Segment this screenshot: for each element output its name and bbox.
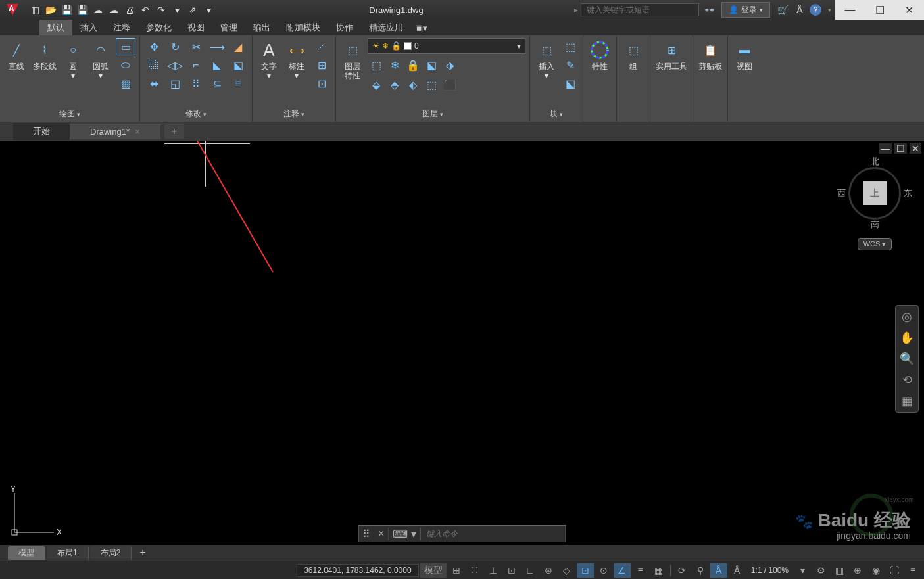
tab-view[interactable]: 视图 [180,20,212,35]
layout-1[interactable]: 布局1 [47,546,89,560]
copy-icon[interactable]: ⿻ [144,57,164,74]
nav-showmot-icon[interactable]: ▦ [902,394,913,408]
ortho-icon[interactable]: ∟ [522,563,539,578]
tab-manage[interactable]: 管理 [212,20,245,35]
grid-icon[interactable]: ⊞ [448,563,465,578]
tab-collab[interactable]: 协作 [328,20,361,35]
search-icon[interactable]: 👓 [702,3,716,17]
tab-drawing1[interactable]: Drawing1*× [70,124,160,139]
viewcube-top[interactable]: 上 [863,181,887,205]
layer-prev-icon[interactable]: ⬖ [404,76,422,93]
isolate-icon[interactable]: ◉ [867,563,885,578]
modify-more-icon[interactable]: ≡ [228,75,248,92]
layer-state-icon[interactable]: ⬛ [441,76,458,93]
trim-icon[interactable]: ✂ [186,38,206,55]
infer-icon[interactable]: ⊥ [485,563,502,578]
layout-add-button[interactable]: + [133,545,152,560]
redo-icon[interactable]: ↷ [154,3,168,17]
tab-featured[interactable]: 精选应用 [361,20,411,35]
layer-uniso-icon[interactable]: ⬘ [386,76,403,93]
lineweight-icon[interactable]: ≡ [632,563,649,578]
layer-freeze-icon[interactable]: ❄ [386,57,403,74]
hatch-icon[interactable]: ▨ [116,75,135,92]
layer-off-icon[interactable]: ⬚ [368,57,385,74]
line-button[interactable]: ╱直线 [4,38,29,72]
qp-icon[interactable]: ▥ [831,563,848,578]
vp-min-icon[interactable]: — [879,143,892,154]
layout-2[interactable]: 布局2 [90,546,132,560]
workspace-icon[interactable]: ⚙ [812,563,829,578]
tab-insert[interactable]: 插入 [72,20,105,35]
undo-icon[interactable]: ↶ [138,3,153,17]
save-icon[interactable]: 💾 [59,3,74,17]
vp-max-icon[interactable]: ☐ [894,143,907,154]
erase-icon[interactable]: ◢ [228,38,248,55]
nav-wheel-icon[interactable]: ◎ [902,310,912,324]
login-button[interactable]: 👤 登录 ▾ [721,2,770,18]
transparency-icon[interactable]: ▦ [650,563,668,578]
app-menu-icon[interactable]: A [0,0,25,20]
scale-icon[interactable]: ◱ [165,75,185,92]
util-button[interactable]: ⊞实用工具 [654,38,689,72]
otrack-icon[interactable]: ∠ [614,563,631,578]
nav-orbit-icon[interactable]: ⟲ [902,373,912,387]
annoauto-icon[interactable]: Å [729,563,746,578]
custom-icon[interactable]: ≡ [904,563,921,578]
create-block-icon[interactable]: ⬚ [562,38,579,55]
move-icon[interactable]: ✥ [144,38,164,55]
cmd-handle-icon[interactable]: ⠿ [358,528,374,540]
web-save-icon[interactable]: ☁ [107,3,121,17]
block-attr-icon[interactable]: ⬕ [562,75,579,92]
web-open-icon[interactable]: ☁ [91,3,105,17]
drawing-canvas[interactable]: — ☐ ✕ 北 南 西 东 上 WCS ▾ ◎ ✋ 🔍 ⟲ ▦ YX ⠿ [0,141,924,561]
tab-addins[interactable]: 附加模块 [278,20,328,35]
tab-output[interactable]: 输出 [245,20,278,35]
layer-lock-icon[interactable]: 🔒 [404,57,422,74]
vp-close-icon[interactable]: ✕ [910,143,921,154]
layer-dropdown[interactable]: ☀❄🔓 0 ▾ [368,38,525,54]
table-icon[interactable]: ⊞ [312,57,331,74]
polar-icon[interactable]: ⊛ [540,563,557,578]
leader-icon[interactable]: ⟋ [312,38,331,55]
fillet-icon[interactable]: ⌐ [186,57,206,74]
tab-expand-icon[interactable]: ▣▾ [411,21,431,35]
tab-default[interactable]: 默认 [39,20,72,35]
help-icon[interactable]: ? [810,4,821,16]
ucs-icon[interactable]: YX [8,486,61,541]
close-button[interactable]: ✕ [894,0,924,20]
cmd-close-icon[interactable]: × [374,528,388,540]
app-store-icon[interactable]: Å [792,3,807,17]
qat-custom-icon[interactable]: ▾ [201,3,216,17]
dimension-button[interactable]: ⟷标注▾ [284,38,309,82]
polyline-button[interactable]: ⌇多段线 [32,38,58,72]
panel-modify-title[interactable]: 修改 [144,106,248,122]
cmd-prompt-icon[interactable]: ⌨ ▾ [388,528,420,540]
layer-match-icon[interactable]: ⬗ [441,57,458,74]
props-button[interactable]: 特性 [587,38,612,72]
insert-block-button[interactable]: ⬚插入▾ [534,38,559,82]
snap-icon[interactable]: ⸬ [466,563,483,578]
nav-zoom-icon[interactable]: 🔍 [900,352,914,366]
arc-button[interactable]: ◠圆弧▾ [88,38,113,82]
stretch-icon[interactable]: ⬌ [144,75,164,92]
layer-walk-icon[interactable]: ⬚ [423,76,440,93]
panel-layer-title[interactable]: 图层 [340,106,525,122]
iso-icon[interactable]: ◇ [558,563,575,578]
layer-iso-icon[interactable]: ⬙ [368,76,385,93]
wcs-badge[interactable]: WCS ▾ [858,238,892,250]
new-icon[interactable]: ▥ [28,3,42,17]
qat-more-icon[interactable]: ▾ [170,3,184,17]
edit-block-icon[interactable]: ✎ [562,57,579,74]
tab-start[interactable]: 开始 [13,123,70,140]
text-button[interactable]: A文字▾ [256,38,281,82]
3dosnap-icon[interactable]: ⊙ [595,563,612,578]
group-button[interactable]: ⬚组 [621,38,646,72]
tab-annotate[interactable]: 注释 [105,20,138,35]
annoscale-icon[interactable]: Å [710,563,727,578]
tab-add-button[interactable]: + [164,124,184,139]
exchange-icon[interactable]: 🛒 [775,3,790,17]
array-icon[interactable]: ⠿ [186,75,206,92]
circle-button[interactable]: ○圆▾ [61,38,85,82]
nav-pan-icon[interactable]: ✋ [900,331,914,345]
offset-icon[interactable]: ⊆ [207,75,227,92]
